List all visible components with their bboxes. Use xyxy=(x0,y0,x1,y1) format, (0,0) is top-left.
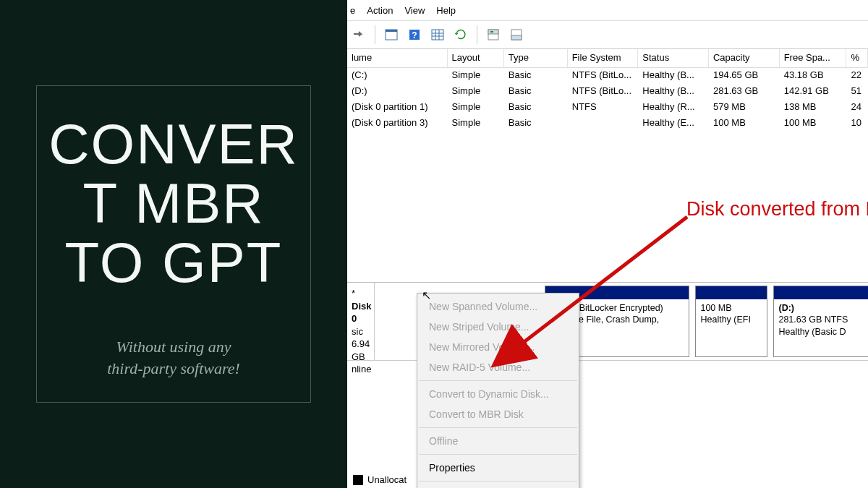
toolbar-separator xyxy=(375,25,375,44)
cell-layout: Simple xyxy=(448,84,504,100)
col-percent[interactable]: % xyxy=(846,49,868,67)
cell-free: 142.91 GB xyxy=(780,84,847,100)
ctx-separator xyxy=(419,481,577,481)
svg-rect-1 xyxy=(386,30,397,32)
menu-action[interactable]: Action xyxy=(367,5,393,16)
help-icon[interactable]: ? xyxy=(404,25,425,45)
disk-type: sic xyxy=(352,325,371,338)
cell-volume: (Disk 0 partition 3) xyxy=(347,116,448,132)
col-volume[interactable]: lume xyxy=(347,49,448,67)
disk-size: 6.94 GB xyxy=(352,338,371,363)
cell-type: Basic xyxy=(504,100,568,116)
menu-help[interactable]: Help xyxy=(436,5,456,16)
cell-cap: 194.65 GB xyxy=(709,68,780,84)
list-bottom-icon[interactable] xyxy=(506,25,527,45)
cell-cap: 281.63 GB xyxy=(709,84,780,100)
annotation-text: Disk converted from MBR xyxy=(686,198,868,221)
partition-header xyxy=(774,286,868,299)
promo-title: CONVER T MBR TO GPT xyxy=(48,115,299,293)
ctx-separator xyxy=(419,454,577,455)
ctx-offline: Offline xyxy=(417,431,579,451)
col-status[interactable]: Status xyxy=(638,49,709,67)
col-layout[interactable]: Layout xyxy=(448,49,504,67)
cell-status: Healthy (R... xyxy=(638,100,709,116)
disk-graphical-pane: * Disk 0 sic 6.94 GB nline NTFS (BitLock… xyxy=(347,282,868,488)
table-row[interactable]: (Disk 0 partition 3) Simple Basic Health… xyxy=(347,116,868,132)
cell-volume: (Disk 0 partition 1) xyxy=(347,100,448,116)
legend: Unallocat xyxy=(347,471,412,488)
forward-icon[interactable] xyxy=(349,25,369,45)
volume-list: (C:) Simple Basic NTFS (BitLo... Healthy… xyxy=(347,68,868,132)
cell-type: Basic xyxy=(504,116,568,132)
cell-cap: 100 MB xyxy=(709,116,780,132)
toolbar-separator xyxy=(477,25,477,44)
svg-rect-4 xyxy=(432,30,443,40)
disk-prefix: * xyxy=(352,288,355,299)
refresh-icon[interactable] xyxy=(451,25,471,45)
ctx-new-mirrored: New Mirrored Volume... xyxy=(417,337,579,357)
partition[interactable]: 100 MB Healthy (EFI xyxy=(695,286,767,357)
cell-free: 43.18 GB xyxy=(780,68,847,84)
disk-name: Disk 0 xyxy=(352,301,371,325)
cell-type: Basic xyxy=(504,84,568,100)
ctx-new-raid5: New RAID-5 Volume... xyxy=(417,357,579,377)
ctx-convert-mbr: Convert to MBR Disk xyxy=(417,404,579,424)
ctx-convert-dynamic: Convert to Dynamic Disk... xyxy=(417,384,579,404)
context-menu: New Spanned Volume... New Striped Volume… xyxy=(417,293,579,488)
col-type[interactable]: Type xyxy=(504,49,568,67)
cell-layout: Simple xyxy=(448,100,504,116)
cell-free: 138 MB xyxy=(780,100,847,116)
cell-pct: 51 xyxy=(847,84,869,100)
part-line3: Healthy (Basic D xyxy=(778,326,868,338)
cell-layout: Simple xyxy=(448,116,504,132)
col-capacity[interactable]: Capacity xyxy=(709,49,780,67)
partition-body: 100 MB Healthy (EFI xyxy=(696,299,767,356)
table-row[interactable]: (Disk 0 partition 1) Simple Basic NTFS H… xyxy=(347,100,868,116)
cell-fs: NTFS (BitLo... xyxy=(568,84,639,100)
partition[interactable]: (D:) 281.63 GB NTFS Healthy (Basic D xyxy=(773,286,868,357)
cell-status: Healthy (B... xyxy=(638,68,709,84)
cell-free: 100 MB xyxy=(780,116,847,132)
ctx-new-striped: New Striped Volume... xyxy=(417,317,579,337)
col-free[interactable]: Free Spa... xyxy=(780,49,847,67)
ctx-separator xyxy=(419,427,577,428)
part-line2: 100 MB xyxy=(700,302,762,314)
promo-sub-l2: third-party software! xyxy=(107,359,240,377)
ctx-separator xyxy=(419,380,577,381)
grid-icon[interactable] xyxy=(427,25,448,45)
volume-list-header: lume Layout Type File System Status Capa… xyxy=(347,49,868,68)
promo-title-l2: T MBR xyxy=(82,171,264,235)
cell-status: Healthy (B... xyxy=(638,84,709,100)
legend-unallocated-label: Unallocat xyxy=(367,474,407,485)
table-row[interactable]: (D:) Simple Basic NTFS (BitLo... Healthy… xyxy=(347,84,868,100)
list-top-icon[interactable] xyxy=(483,25,503,45)
part-title: (D:) xyxy=(778,302,868,314)
promo-title-l3: TO GPT xyxy=(65,231,283,294)
show-hide-tree-icon[interactable] xyxy=(381,25,401,45)
promo-subtitle: Without using any third-party software! xyxy=(107,336,240,381)
menubar: e Action View Help xyxy=(347,0,868,20)
menu-view[interactable]: View xyxy=(404,5,425,16)
cell-pct: 22 xyxy=(847,68,869,84)
col-filesystem[interactable]: File System xyxy=(568,49,639,67)
cell-cap: 579 MB xyxy=(709,100,780,116)
svg-rect-12 xyxy=(511,35,522,40)
part-line2: 281.63 GB NTFS xyxy=(778,314,868,325)
svg-text:?: ? xyxy=(412,30,417,40)
disk-label[interactable]: * Disk 0 sic 6.94 GB nline xyxy=(347,283,375,360)
table-row[interactable]: (C:) Simple Basic NTFS (BitLo... Healthy… xyxy=(347,68,868,84)
ctx-properties[interactable]: Properties xyxy=(417,458,579,478)
promo-title-l1: CONVER xyxy=(48,112,299,176)
cell-status: Healthy (E... xyxy=(638,116,709,132)
cell-pct: 24 xyxy=(847,100,869,116)
cell-fs xyxy=(568,116,639,132)
promo-panel: CONVER T MBR TO GPT Without using any th… xyxy=(0,0,347,488)
cell-type: Basic xyxy=(504,68,568,84)
ctx-new-spanned: New Spanned Volume... xyxy=(417,296,579,317)
cell-volume: (D:) xyxy=(347,84,448,100)
menu-file-partial[interactable]: e xyxy=(350,5,355,16)
ctx-help[interactable]: Help xyxy=(417,484,579,488)
cell-fs: NTFS xyxy=(568,100,639,116)
partition-body: (D:) 281.63 GB NTFS Healthy (Basic D xyxy=(774,299,868,356)
promo-frame: CONVER T MBR TO GPT Without using any th… xyxy=(36,85,311,403)
